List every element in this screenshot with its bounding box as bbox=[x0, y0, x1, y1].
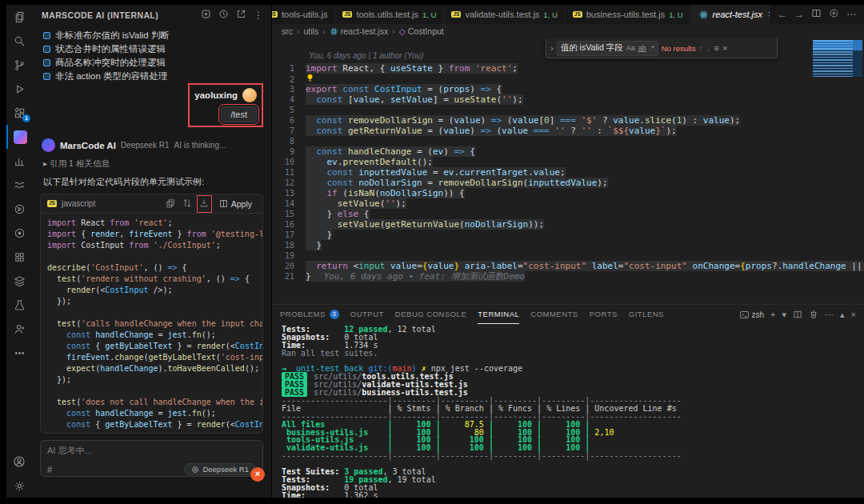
split-terminal-icon[interactable] bbox=[793, 310, 802, 319]
code-line: const { getByLabelText } = render(<CostI… bbox=[47, 419, 262, 430]
code-line: 4 const [value, setValue] = useState('')… bbox=[272, 94, 864, 105]
find-in-selection-icon[interactable]: ≡ bbox=[714, 43, 718, 53]
terminal-output[interactable]: Tests: 12 passed, 12 totalSnapshots: 0 t… bbox=[272, 324, 864, 498]
debug-alt-icon[interactable] bbox=[6, 197, 32, 221]
split-editor-icon[interactable] bbox=[811, 8, 822, 21]
ai-name: MarsCode AI bbox=[60, 141, 116, 150]
new-terminal-icon[interactable]: + bbox=[770, 310, 775, 319]
source-control-icon[interactable] bbox=[6, 53, 32, 77]
close-find-icon[interactable]: × bbox=[722, 43, 727, 53]
marscode-icon[interactable] bbox=[6, 125, 32, 149]
terminal-profile-icon[interactable]: zsh bbox=[739, 310, 765, 320]
panel-tab-bar: PROBLEMS3 OUTPUT DEBUG CONSOLE TERMINAL … bbox=[272, 305, 864, 324]
js-file-icon: JS bbox=[272, 11, 278, 18]
code-line: 1import React, { useState } from 'react'… bbox=[272, 63, 864, 74]
settings-gear-icon[interactable] bbox=[6, 474, 32, 498]
close-panel-icon[interactable]: × bbox=[851, 310, 856, 319]
cube-icon bbox=[43, 73, 50, 80]
chevron-sep-icon: › bbox=[297, 26, 300, 36]
tab-gitlens[interactable]: GITLENS bbox=[629, 305, 664, 324]
extensions-icon[interactable]: 1 bbox=[6, 101, 32, 125]
more-icon[interactable] bbox=[6, 341, 32, 365]
editor-group: JS tools-utils.js JS tools.utils.test.js… bbox=[272, 5, 864, 498]
code-line: 14 setValue(''); bbox=[272, 198, 864, 209]
tab-business-utils-test[interactable]: JS business-utils.test.js 1, U bbox=[566, 5, 691, 24]
record-icon[interactable] bbox=[6, 221, 32, 245]
breadcrumb-utils[interactable]: utils bbox=[304, 26, 319, 36]
nav-back-icon[interactable]: ← bbox=[778, 9, 787, 20]
toggle-replace-icon[interactable]: › bbox=[550, 43, 554, 53]
breadcrumb-file[interactable]: react-test.jsx bbox=[330, 26, 389, 36]
suggestion-item[interactable]: 商品名称冲突时的处理逻辑 bbox=[43, 56, 271, 70]
waves-icon[interactable] bbox=[6, 173, 32, 197]
find-prev-icon[interactable]: ↑ bbox=[698, 43, 703, 53]
grid-icon[interactable] bbox=[6, 245, 32, 269]
files-icon[interactable] bbox=[6, 5, 32, 29]
kebab-menu-icon[interactable]: ⋮ bbox=[252, 10, 265, 21]
line-number: 6 bbox=[272, 115, 294, 126]
tab-comments[interactable]: COMMENTS bbox=[530, 305, 578, 324]
run-file-icon[interactable] bbox=[829, 8, 839, 21]
code-line: 19 bbox=[272, 250, 864, 261]
cube-icon bbox=[43, 32, 50, 39]
history-icon[interactable] bbox=[217, 9, 230, 22]
code-editor[interactable]: › 值的 isValid 字段 Aa ab .* No results ↑ ↓ … bbox=[272, 38, 864, 304]
search-icon[interactable] bbox=[6, 29, 32, 53]
stop-generating-button[interactable]: × bbox=[250, 467, 265, 482]
find-next-icon[interactable]: ↓ bbox=[706, 43, 711, 53]
code-line: describe('CostInput', () => { bbox=[47, 262, 262, 274]
tab-problems[interactable]: PROBLEMS3 bbox=[280, 305, 339, 324]
tab-validate-utils-test[interactable]: JS validate-utils.test.js 1, U bbox=[444, 5, 565, 24]
chat-composer: AI 思考中... # Deepseek R1 × bbox=[40, 440, 263, 477]
diff-icon[interactable] bbox=[182, 197, 194, 211]
new-chat-icon[interactable] bbox=[199, 9, 212, 22]
breadcrumb-symbol[interactable]: ◇CostInput bbox=[399, 26, 444, 36]
context-hash-icon[interactable]: # bbox=[47, 465, 52, 474]
layers-icon[interactable] bbox=[6, 269, 32, 293]
tab-react-test[interactable]: react-test.jsx × bbox=[691, 5, 770, 24]
chat-input[interactable]: AI 思考中... # Deepseek R1 bbox=[40, 440, 263, 477]
test-command-chip[interactable]: /test bbox=[221, 106, 257, 122]
suggestion-label: 非标准布尔值的 isValid 判断 bbox=[55, 30, 170, 42]
open-external-icon[interactable] bbox=[234, 9, 247, 22]
tab-tools-utils-test[interactable]: JS tools.utils.test.js 1, U bbox=[335, 5, 444, 24]
code-block-header: JS javascript Apply bbox=[41, 194, 262, 214]
person-add-icon[interactable] bbox=[6, 317, 32, 341]
kill-terminal-icon[interactable] bbox=[809, 310, 818, 319]
suggestion-item[interactable]: 非法 action 类型的容错处理 bbox=[43, 70, 271, 83]
chart-icon[interactable] bbox=[6, 149, 32, 173]
find-input[interactable]: 值的 isValid 字段 Aa ab .* bbox=[557, 41, 658, 56]
match-case-icon[interactable]: Aa bbox=[626, 44, 635, 52]
insert-into-file-icon[interactable] bbox=[198, 197, 210, 211]
reference-toggle[interactable]: ▸ 引用 1 相关信息 bbox=[43, 158, 271, 170]
whole-word-icon[interactable]: ab bbox=[638, 44, 646, 52]
tab-terminal[interactable]: TERMINAL bbox=[478, 305, 519, 324]
breadcrumb-src[interactable]: src bbox=[282, 26, 293, 36]
maximize-panel-icon[interactable]: ▴ bbox=[840, 310, 845, 320]
suggestion-item[interactable]: 非标准布尔值的 isValid 判断 bbox=[43, 29, 271, 42]
line-number: 8 bbox=[272, 136, 294, 146]
lightbulb-icon[interactable] bbox=[306, 74, 317, 85]
code-line: 15 } else { bbox=[272, 209, 864, 219]
tab-output[interactable]: OUTPUT bbox=[350, 305, 384, 324]
tab-label: tools.utils.test.js bbox=[356, 10, 418, 19]
regex-icon[interactable]: .* bbox=[650, 44, 654, 52]
nav-forward-icon[interactable]: → bbox=[794, 9, 804, 20]
model-selector[interactable]: Deepseek R1 bbox=[184, 463, 256, 475]
suggestion-item[interactable]: 状态合并时的属性错误逻辑 bbox=[43, 42, 271, 56]
code-line: render(<CostInput />); bbox=[47, 285, 262, 296]
tab-debug-console[interactable]: DEBUG CONSOLE bbox=[395, 305, 466, 324]
code-line bbox=[47, 251, 262, 262]
code-line: }); bbox=[47, 374, 262, 386]
more-actions-icon[interactable]: ⋯ bbox=[846, 9, 856, 20]
panel-more-icon[interactable]: ⋯ bbox=[825, 310, 834, 320]
apply-button[interactable]: Apply bbox=[215, 198, 256, 210]
beaker-icon[interactable] bbox=[6, 293, 32, 317]
tab-tools-utils[interactable]: JS tools-utils.js bbox=[272, 5, 335, 24]
tab-ports[interactable]: PORTS bbox=[590, 305, 618, 324]
run-debug-icon[interactable] bbox=[6, 77, 32, 101]
copy-icon[interactable] bbox=[165, 197, 177, 211]
react-file-icon bbox=[698, 10, 709, 20]
account-icon[interactable] bbox=[6, 450, 32, 474]
terminal-dropdown-icon[interactable]: ▾ bbox=[782, 310, 787, 320]
